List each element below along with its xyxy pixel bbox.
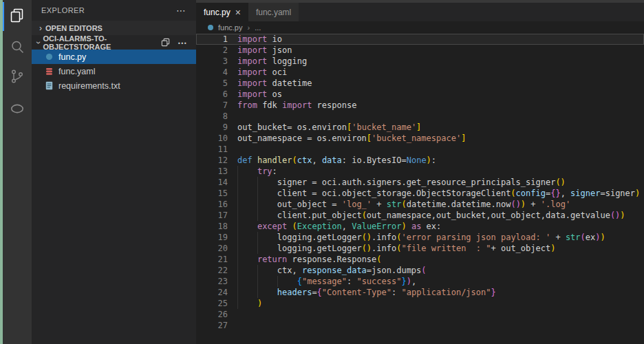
code-line[interactable]: 16 out_object = 'log_' + str(datetime.da… xyxy=(196,199,644,210)
code-text: headers={"Content-Type": "application/js… xyxy=(237,287,496,298)
sidebar-title: EXPLORER xyxy=(41,6,85,14)
search-activity-button[interactable] xyxy=(3,32,32,62)
line-number: 2 xyxy=(196,45,228,56)
indent-guide xyxy=(237,287,238,298)
breadcrumb-more[interactable]: ... xyxy=(255,23,261,32)
code-editor[interactable]: 1import io2import json3import logging4im… xyxy=(196,34,644,331)
file-item-func-yaml[interactable]: func.yaml xyxy=(32,64,196,78)
code-line[interactable]: 12def handler(ctx, data: io.BytesIO=None… xyxy=(196,155,644,166)
indent-guide xyxy=(237,298,238,309)
code-line[interactable]: 22 ctx, response_data=json.dumps( xyxy=(196,265,644,276)
collapse-folders-icon[interactable] xyxy=(160,37,171,47)
line-number: 8 xyxy=(196,111,228,122)
code-line[interactable]: 2import json xyxy=(196,45,644,56)
code-text: def handler(ctx, data: io.BytesIO=None): xyxy=(237,155,436,166)
explorer-activity-button[interactable] xyxy=(3,1,32,31)
line-number: 3 xyxy=(196,56,228,67)
code-text: import json xyxy=(237,45,292,56)
text-file-icon xyxy=(44,81,54,90)
line-number: 4 xyxy=(196,67,228,78)
line-number: 1 xyxy=(196,34,228,45)
code-line[interactable]: 11 xyxy=(196,144,644,155)
code-text: out_namespace = os.environ['bucket_names… xyxy=(237,133,466,144)
folder-actions: ⋯ xyxy=(160,37,196,47)
code-line[interactable]: 20 logging.getLogger().info("file writte… xyxy=(196,243,644,254)
code-line[interactable]: 19 logging.getLogger().info('error parsi… xyxy=(196,232,644,243)
code-text: {"message": "success"}), xyxy=(237,276,416,287)
code-line[interactable]: 26 xyxy=(196,309,644,320)
code-line[interactable]: 7from fdk import response xyxy=(196,100,644,111)
code-line[interactable]: 18 except (Exception, ValueError) as ex: xyxy=(196,221,644,232)
file-name: requirements.txt xyxy=(58,81,120,91)
code-line[interactable]: 21 return response.Response( xyxy=(196,254,644,265)
indent-guide xyxy=(237,221,238,232)
source-control-activity-button[interactable] xyxy=(3,61,32,92)
code-text: import io xyxy=(237,34,282,45)
tab-label: func.py xyxy=(204,8,230,17)
oval-extension-icon xyxy=(9,100,25,117)
indent-guide xyxy=(237,188,238,199)
line-number: 6 xyxy=(196,89,228,100)
file-name: func.py xyxy=(58,52,86,62)
code-text: ) xyxy=(237,298,262,309)
tab-label: func.yaml xyxy=(256,8,291,17)
code-line[interactable]: 13 try: xyxy=(196,166,644,177)
code-line[interactable]: 24 headers={"Content-Type": "application… xyxy=(196,287,644,298)
breadcrumb-file[interactable]: func.py xyxy=(218,23,242,32)
breadcrumb: func.py › ... xyxy=(196,21,644,34)
folder-more-button[interactable]: ⋯ xyxy=(178,39,188,46)
code-line[interactable]: 25 ) xyxy=(196,298,644,309)
code-line[interactable]: 3import logging xyxy=(196,56,644,67)
sidebar-more-button[interactable]: ⋯ xyxy=(176,7,186,14)
indent-guide xyxy=(257,199,258,210)
indent-guide xyxy=(237,210,238,221)
code-line[interactable]: 10out_namespace = os.environ['bucket_nam… xyxy=(196,133,644,144)
extension-activity-button[interactable] xyxy=(3,94,32,124)
open-editors-label: OPEN EDITORS xyxy=(45,24,103,32)
chevron-right-icon: › xyxy=(36,23,45,33)
folder-name: OCI-ALARMS-TO-OBJECTSTORAGE xyxy=(43,34,160,51)
close-icon[interactable]: × xyxy=(235,8,241,17)
code-line[interactable]: 14 signer = oci.auth.signers.get_resourc… xyxy=(196,177,644,188)
code-line[interactable]: 9out_bucket= os.environ['bucket_name'] xyxy=(196,122,644,133)
indent-guide xyxy=(257,210,258,221)
code-text: client = oci.object_storage.ObjectStorag… xyxy=(237,188,640,199)
files-icon xyxy=(9,8,25,24)
code-line[interactable]: 23 {"message": "success"}), xyxy=(196,276,644,287)
code-line[interactable]: 5import datetime xyxy=(196,78,644,89)
indent-guide xyxy=(237,166,238,177)
code-line[interactable]: 15 client = oci.object_storage.ObjectSto… xyxy=(196,188,644,199)
tab-func-yaml[interactable]: func.yaml xyxy=(248,3,299,21)
indent-guide xyxy=(237,243,238,254)
open-editors-section[interactable]: › OPEN EDITORS xyxy=(32,21,196,35)
code-line[interactable]: 1import io xyxy=(196,34,644,45)
code-text: ctx, response_data=json.dumps( xyxy=(237,265,427,276)
indent-guide xyxy=(257,232,258,243)
tab-func-py[interactable]: func.py × xyxy=(196,3,248,21)
indent-guide xyxy=(257,243,258,254)
code-line[interactable]: 17 client.put_object(out_namespace,out_b… xyxy=(196,210,644,221)
source-control-icon xyxy=(9,68,25,85)
line-number: 18 xyxy=(196,221,228,232)
line-number: 9 xyxy=(196,122,228,133)
explorer-sidebar: EXPLORER ⋯ › OPEN EDITORS › OCI-ALARMS-T… xyxy=(32,0,196,344)
line-number: 14 xyxy=(196,177,228,188)
indent-guide xyxy=(257,177,258,188)
indent-guide xyxy=(237,199,238,210)
folder-section-header[interactable]: › OCI-ALARMS-TO-OBJECTSTORAGE ⋯ xyxy=(32,35,196,50)
indent-guide xyxy=(257,188,258,199)
line-number: 16 xyxy=(196,199,228,210)
line-number: 25 xyxy=(196,298,228,309)
file-item-func-py[interactable]: func.py xyxy=(32,50,196,64)
code-line[interactable]: 27 xyxy=(196,320,644,331)
code-line[interactable]: 6import os xyxy=(196,89,644,100)
code-line[interactable]: 4import oci xyxy=(196,67,644,78)
code-line[interactable]: 8 xyxy=(196,111,644,122)
line-number: 19 xyxy=(196,232,228,243)
indent-guide xyxy=(277,276,278,287)
file-item-requirements-txt[interactable]: requirements.txt xyxy=(32,78,196,93)
code-text: from fdk import response xyxy=(237,100,356,111)
line-number: 17 xyxy=(196,210,228,221)
code-text: import oci xyxy=(237,67,287,78)
indent-guide xyxy=(237,177,238,188)
